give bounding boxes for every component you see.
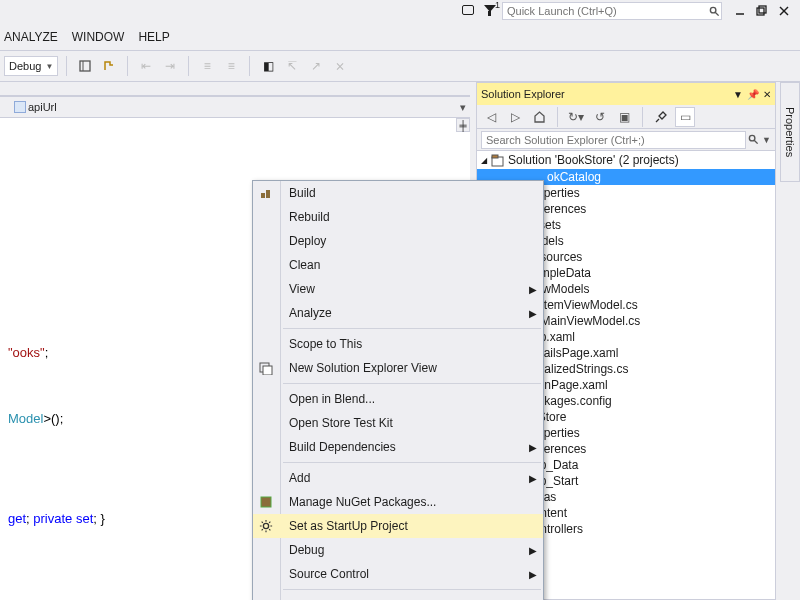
new-view-icon <box>258 360 274 376</box>
code-token: >(); <box>43 411 63 426</box>
menu-item-build-dependencies[interactable]: Build Dependencies▶ <box>253 435 543 459</box>
solution-root[interactable]: ◢ Solution 'BookStore' (2 projects) <box>477 151 775 169</box>
menu-item-source-control[interactable]: Source Control▶ <box>253 562 543 586</box>
properties-tab[interactable]: Properties <box>780 82 800 182</box>
prev-bookmark-button[interactable]: ↸ <box>282 56 302 76</box>
next-bookmark-button[interactable]: ↗ <box>306 56 326 76</box>
solution-search: ▼ <box>477 129 775 151</box>
tree-item-label: okCatalog <box>547 170 601 184</box>
menu-item-deploy[interactable]: Deploy <box>253 229 543 253</box>
menu-analyze[interactable]: ANALYZE <box>4 30 58 44</box>
tree-item-label: MainViewModel.cs <box>541 314 641 328</box>
menu-item-scope-to-this[interactable]: Scope to This <box>253 332 543 356</box>
forward-button[interactable]: ▷ <box>505 107 525 127</box>
code-token: ; <box>45 345 49 360</box>
menubar: ANALYZE WINDOW HELP <box>0 25 800 49</box>
properties-button[interactable] <box>651 107 671 127</box>
back-button[interactable]: ◁ <box>481 107 501 127</box>
menu-item-build[interactable]: Build <box>253 181 543 205</box>
menu-item-label: Scope to This <box>289 337 362 351</box>
search-dropdown-icon[interactable]: ▼ <box>762 135 771 145</box>
submenu-arrow-icon: ▶ <box>529 569 537 580</box>
feedback-icon[interactable] <box>458 1 478 21</box>
chevron-down-icon: ▼ <box>45 62 53 71</box>
menu-item-view[interactable]: View▶ <box>253 277 543 301</box>
split-button[interactable]: ▾ <box>456 101 470 114</box>
submenu-arrow-icon: ▶ <box>529 545 537 556</box>
svg-line-10 <box>754 140 757 143</box>
solution-search-input[interactable] <box>481 131 746 149</box>
menu-item-rebuild[interactable]: Rebuild <box>253 205 543 229</box>
code-token: ; } <box>93 511 105 526</box>
menu-item-analyze[interactable]: Analyze▶ <box>253 301 543 325</box>
svg-rect-16 <box>263 366 272 375</box>
config-dropdown[interactable]: Debug ▼ <box>4 56 58 76</box>
panel-close-icon[interactable]: ✕ <box>763 89 771 100</box>
menu-item-label: Rebuild <box>289 210 330 224</box>
submenu-arrow-icon: ▶ <box>529 442 537 453</box>
panel-dropdown-icon[interactable]: ▼ <box>733 89 743 100</box>
menu-item-add[interactable]: Add▶ <box>253 466 543 490</box>
config-label: Debug <box>9 60 41 72</box>
member-label: apiUrl <box>28 101 57 113</box>
search-icon <box>746 133 760 147</box>
menu-item-open-store-test-kit[interactable]: Open Store Test Kit <box>253 411 543 435</box>
clear-bookmark-button[interactable]: ⨯ <box>330 56 350 76</box>
menu-item-label: Deploy <box>289 234 326 248</box>
pin-icon[interactable]: 📌 <box>747 89 759 100</box>
notifications-icon[interactable]: 1 <box>480 1 500 21</box>
menu-item-clean[interactable]: Clean <box>253 253 543 277</box>
menu-help[interactable]: HELP <box>138 30 169 44</box>
quick-launch[interactable] <box>502 2 722 20</box>
menu-item-new-solution-explorer-view[interactable]: New Solution Explorer View <box>253 356 543 380</box>
menu-item-label: Clean <box>289 258 320 272</box>
menu-item-open-in-blend[interactable]: Open in Blend... <box>253 387 543 411</box>
refresh-button[interactable]: ↺ <box>590 107 610 127</box>
solution-root-label: Solution 'BookStore' (2 projects) <box>508 153 679 167</box>
menu-item-cut[interactable]: CutCtrl+X <box>253 593 543 600</box>
tree-item-label: ItemViewModel.cs <box>541 298 638 312</box>
solution-toolbar: ◁ ▷ ↻▾ ↺ ▣ ▭ <box>477 105 775 129</box>
submenu-arrow-icon: ▶ <box>529 308 537 319</box>
svg-point-0 <box>710 7 716 13</box>
svg-point-18 <box>263 523 268 528</box>
quick-launch-input[interactable] <box>503 5 707 17</box>
menu-item-manage-nuget-packages[interactable]: Manage NuGet Packages... <box>253 490 543 514</box>
field-icon <box>14 101 26 113</box>
menu-separator <box>283 383 541 384</box>
menu-item-label: Source Control <box>289 567 369 581</box>
member-dropdown[interactable]: apiUrl <box>10 101 61 113</box>
svg-point-9 <box>749 135 755 141</box>
outdent-button[interactable]: ⇤ <box>136 56 156 76</box>
close-button[interactable] <box>774 1 794 21</box>
collapse-all-button[interactable]: ▣ <box>614 107 634 127</box>
menu-item-label: Build Dependencies <box>289 440 396 454</box>
svg-rect-14 <box>266 190 270 198</box>
code-token: "ooks" <box>8 345 45 360</box>
svg-rect-17 <box>261 497 271 507</box>
menu-item-set-as-startup-project[interactable]: Set as StartUp Project <box>253 514 543 538</box>
show-all-button[interactable]: ▭ <box>675 107 695 127</box>
home-button[interactable] <box>529 107 549 127</box>
menu-item-debug[interactable]: Debug▶ <box>253 538 543 562</box>
notification-count: 1 <box>495 0 500 10</box>
properties-tab-label: Properties <box>784 107 796 157</box>
code-token: set <box>76 511 93 526</box>
indent-button[interactable]: ⇥ <box>160 56 180 76</box>
restore-button[interactable] <box>752 1 772 21</box>
bookmark-button[interactable]: ◧ <box>258 56 278 76</box>
minimize-button[interactable] <box>730 1 750 21</box>
menu-window[interactable]: WINDOW <box>72 30 125 44</box>
sync-button[interactable]: ↻▾ <box>566 107 586 127</box>
align-left-button[interactable]: ≡ <box>197 56 217 76</box>
nuget-icon <box>258 494 274 510</box>
align-right-button[interactable]: ≡ <box>221 56 241 76</box>
toolbar-button-1[interactable] <box>75 56 95 76</box>
toolbar-button-2[interactable] <box>99 56 119 76</box>
toolbar: Debug ▼ ⇤ ⇥ ≡ ≡ ◧ ↸ ↗ ⨯ <box>0 50 800 82</box>
title-bar: 1 <box>458 0 800 22</box>
menu-item-label: View <box>289 282 315 296</box>
menu-item-label: Debug <box>289 543 324 557</box>
menu-item-label: Manage NuGet Packages... <box>289 495 436 509</box>
menu-item-label: Build <box>289 186 316 200</box>
